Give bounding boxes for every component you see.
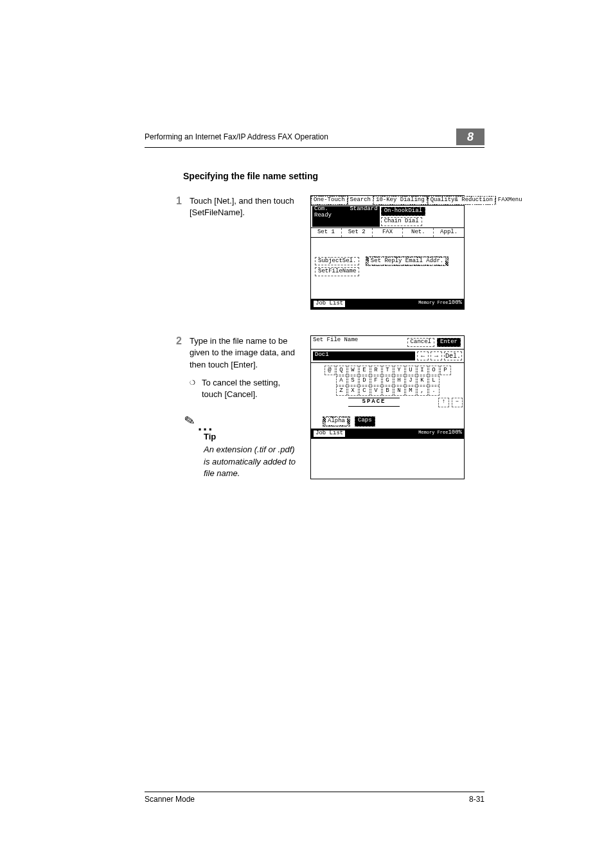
tip-pencil-icon: ✎ [183,411,197,431]
key[interactable]: J [405,376,416,385]
tab-net[interactable]: Net. [403,228,434,237]
key[interactable]: Y [394,366,405,375]
tab-set2[interactable]: Set 2 [342,228,373,237]
key[interactable]: , [417,386,428,396]
key[interactable]: N [394,386,405,396]
device-screenshot-2: Set File Name CancelEnter Doc1 ← → Del. … [310,335,465,479]
keyboard-row-2: A S D F G H J K L [312,376,463,385]
step-number-1: 1 [170,195,182,310]
footer-page-number: 8-31 [469,795,484,804]
key[interactable]: H [394,376,405,385]
device-screenshot-1: One-Touch Search 10-Key Dialing Quality&… [310,195,465,310]
key[interactable]: O [429,366,440,375]
arrow-left-button[interactable]: ← [417,351,429,360]
fig2-memlabel: Memory Free [418,430,448,435]
fig2-memvalue: 100% [448,429,462,436]
tab-onetouch[interactable]: One-Touch [312,197,347,204]
key[interactable]: B [382,386,393,396]
key[interactable]: I [417,366,428,375]
tab-faxmenu[interactable]: FAXMenu [496,196,524,205]
tab-quality[interactable]: Quality& Reduction [429,197,495,204]
chapter-number-box: 8 [456,128,484,145]
key[interactable]: Z [336,386,347,396]
key[interactable]: . [429,386,440,396]
onhook-dial-button[interactable]: On-hookDial [381,207,425,216]
chain-dial-button[interactable]: Chain Dial [381,217,422,226]
dash-key[interactable]: – [452,398,463,407]
tab-set1[interactable]: Set 1 [311,228,342,237]
tip-dots-icon: ... [198,421,213,430]
status-comready: Com. Ready [312,206,348,227]
running-header: Performing an Internet Fax/IP Address FA… [145,132,328,141]
status-standard: Standard [348,206,379,227]
filename-input[interactable]: Doc1 [313,351,415,360]
bullet-icon: ❍ [190,377,195,400]
key[interactable]: V [371,386,382,396]
key[interactable]: P [440,366,451,375]
alpha-mode-button[interactable]: Alpha [326,418,347,425]
cancel-button[interactable]: Cancel [407,338,434,347]
fig1-joblist[interactable]: Job List [313,300,346,308]
key[interactable]: F [371,376,382,385]
section-title: Specifying the file name setting [183,171,484,181]
key[interactable]: G [382,376,393,385]
step-2-sub: To cancel the setting, touch [Cancel]. [202,377,299,400]
footer-left: Scanner Mode [145,795,195,804]
tab-search[interactable]: Search [348,196,373,205]
setfilename-button[interactable]: SetFileName [315,267,359,276]
key[interactable]: X [348,386,359,396]
subjectsel-button[interactable]: SubjectSel. [315,257,359,266]
key[interactable]: C [359,386,370,396]
key[interactable]: A [336,376,347,385]
key[interactable]: T [382,366,393,375]
key[interactable]: R [371,366,382,375]
keyboard-row-3: Z X C V B N M , . [312,386,463,396]
keyboard-row-1: @ Q W E R T Y U I O P [312,366,463,375]
tip-text: An extension (.tif or .pdf) is automatic… [204,444,299,479]
key[interactable]: Q [336,366,347,375]
key[interactable]: U [405,366,416,375]
step-2-text: Type in the file name to be given to the… [190,335,299,371]
setreply-button[interactable]: Set Reply Email Addr. [369,258,445,265]
tab-fax[interactable]: FAX [373,228,404,237]
shift-key[interactable]: ↑ [438,398,449,407]
fig2-title: Set File Name [313,337,358,348]
key[interactable]: K [417,376,428,385]
fig1-memvalue: 100% [448,299,462,306]
key[interactable]: D [359,376,370,385]
fig2-joblist[interactable]: Job List [313,430,346,438]
step-number-2: 2 [170,335,182,479]
arrow-right-button[interactable]: → [431,351,442,360]
key[interactable]: S [348,376,359,385]
key[interactable]: M [405,386,416,396]
tip-label: Tip [204,431,299,443]
space-key[interactable]: SPACE [348,398,400,407]
caps-mode-button[interactable]: Caps [355,416,375,427]
del-button[interactable]: Del. [444,351,462,360]
tab-10key[interactable]: 10-Key Dialing [374,197,427,204]
key[interactable]: E [359,366,370,375]
enter-button[interactable]: Enter [437,338,461,347]
step-1-text: Touch [Net.], and then touch [SetFileNam… [190,195,299,310]
key[interactable]: W [348,366,359,375]
tab-appl[interactable]: Appl. [434,228,464,237]
fig1-memlabel: Memory Free [418,300,448,305]
key[interactable]: L [429,376,440,385]
key[interactable]: @ [324,366,335,375]
